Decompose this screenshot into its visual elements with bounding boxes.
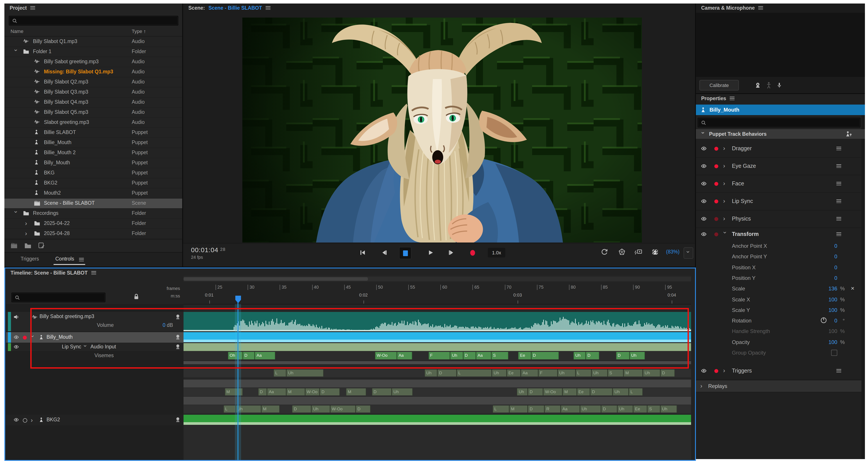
behavior-row-lip-sync[interactable]: ›Lip Sync (696, 193, 861, 210)
viseme-block-m[interactable]: M (286, 388, 305, 396)
panel-menu-icon[interactable] (266, 6, 271, 10)
viseme-block-m[interactable]: M (509, 406, 528, 412)
timeline-scrollbar[interactable] (184, 277, 691, 281)
calibrate-button[interactable]: Calibrate (700, 80, 739, 90)
viseme-block-uh[interactable]: Uh (517, 388, 528, 396)
viseme-block-s[interactable]: S (647, 406, 660, 412)
viseme-block-d[interactable]: D (590, 388, 613, 396)
viseme-block-d[interactable]: D (437, 370, 457, 377)
viseme-block-d[interactable]: D (258, 388, 267, 396)
timeline-scrollbar-thumb[interactable] (184, 277, 368, 281)
timeline-empty-area[interactable] (184, 425, 691, 460)
take-group-row[interactable] (184, 380, 691, 387)
project-row[interactable]: Billy Sabot greeting.mp3Audio (4, 57, 182, 67)
playback-speed-button[interactable]: 1.0x (488, 248, 505, 258)
viseme-block-d[interactable]: D (528, 388, 543, 396)
body-tracking-icon[interactable] (766, 82, 772, 89)
project-row[interactable]: Scene - Billie SLABOTScene (4, 199, 182, 209)
puppet-track-behaviors-header[interactable]: › Puppet Track Behaviors (696, 129, 865, 139)
record-arm-dot[interactable] (714, 164, 718, 168)
chevron-expanded-icon[interactable]: › (14, 49, 19, 54)
viseme-block-w-oo[interactable]: W-Oo (543, 388, 563, 396)
viseme-block-aa[interactable]: Aa (521, 370, 538, 377)
group-opacity-checkbox[interactable] (831, 350, 837, 356)
project-row[interactable]: Billie_Mouth 2Puppet (4, 148, 182, 158)
record-arm-dot[interactable] (714, 217, 718, 221)
tab-triggers[interactable]: Triggers (21, 256, 39, 261)
timeline-ruler[interactable]: 2530354045505560657075808590950:010:020:… (184, 282, 691, 304)
project-row[interactable]: Billy Slabot Q4.mp3Audio (4, 97, 182, 108)
tab-controls[interactable]: Controls (55, 256, 74, 261)
viseme-block-l[interactable]: L (576, 370, 591, 377)
project-row[interactable]: Billie SLABOTPuppet (4, 128, 182, 138)
project-row[interactable]: Billie_MouthPuppet (4, 138, 182, 148)
viseme-block-d[interactable]: D (372, 388, 392, 396)
next-frame-button[interactable] (446, 247, 457, 258)
behavior-row-face[interactable]: ›Face (696, 175, 861, 193)
viseme-block-m[interactable]: M (261, 406, 280, 412)
go-to-start-button[interactable] (357, 247, 368, 258)
chevron-collapsed-icon[interactable]: › (723, 368, 727, 373)
viseme-block-uh[interactable]: Uh (660, 406, 677, 412)
viseme-block-aa[interactable]: Aa (267, 388, 286, 396)
project-row[interactable]: Slabot greeting.mp3Audio (4, 118, 182, 128)
selected-puppet-bar[interactable]: Billy_Mouth (696, 105, 865, 115)
viseme-block-l[interactable]: L (223, 406, 236, 412)
project-search-input[interactable] (9, 16, 178, 26)
eye-icon[interactable] (700, 216, 707, 222)
eye-icon[interactable] (13, 334, 19, 340)
prop-value[interactable]: 0 (834, 264, 837, 270)
viseme-block-uh[interactable]: Uh (613, 388, 629, 396)
viseme-block-w-oo[interactable]: W-Oo (305, 388, 320, 396)
panel-menu-icon[interactable] (91, 271, 96, 274)
viseme-block-r[interactable]: R (545, 406, 561, 412)
prop-value[interactable]: 0 (834, 254, 837, 260)
behavior-row-transform[interactable]: › Transform (696, 228, 861, 241)
rotation-dial-icon[interactable] (820, 317, 827, 324)
behavior-row-triggers[interactable]: › Triggers (696, 362, 861, 380)
viseme-block-d[interactable]: D (292, 406, 311, 412)
record-arm-dot[interactable] (714, 147, 718, 151)
viseme-block-uh[interactable]: Uh (492, 370, 507, 377)
chevron-collapsed-icon[interactable]: › (723, 146, 727, 150)
project-row[interactable]: Billy Slabot Q1.mp3Audio (4, 37, 182, 47)
prop-value[interactable]: 0 (834, 243, 837, 249)
behavior-menu-icon[interactable] (836, 200, 841, 203)
prop-value[interactable]: 100 (829, 339, 837, 345)
eye-icon[interactable] (700, 180, 707, 187)
record-arm-dot-off[interactable] (23, 418, 27, 422)
snapshot-background-button[interactable] (651, 248, 659, 256)
replays-section[interactable]: › Replays (696, 380, 861, 392)
panel-menu-icon[interactable] (30, 6, 35, 10)
timecode-display[interactable]: 00:01:0428 (191, 246, 225, 254)
behavior-row-dragger[interactable]: ›Dragger (696, 140, 861, 158)
chevron-collapsed-icon[interactable]: › (25, 221, 29, 225)
project-row[interactable]: Missing: Billy Slabot Q1.mp3Audio (4, 67, 182, 77)
chevron-collapsed-icon[interactable]: › (723, 164, 727, 168)
properties-search-input[interactable] (698, 118, 861, 127)
prop-value[interactable]: 0 (834, 318, 837, 324)
prop-value[interactable]: 0 (834, 275, 837, 281)
prop-value[interactable]: 100 (829, 296, 837, 302)
new-scene-icon[interactable] (10, 242, 18, 249)
viseme-block-uh[interactable]: Uh (286, 370, 323, 377)
timeline-search-input[interactable] (11, 293, 105, 302)
record-arm-dot[interactable] (714, 200, 718, 203)
record-arm-dot[interactable] (714, 369, 718, 373)
behavior-menu-icon[interactable] (836, 147, 841, 150)
behavior-row-eye-gaze[interactable]: ›Eye Gaze (696, 157, 861, 175)
behavior-menu-icon[interactable] (836, 369, 841, 373)
chevron-collapsed-icon[interactable]: › (723, 181, 727, 185)
speaker-icon[interactable] (13, 314, 20, 320)
chevron-expanded-icon[interactable]: › (723, 232, 727, 236)
scene-name-link[interactable]: Scene - Billie SLABOT (208, 5, 262, 10)
project-row[interactable]: ›RecordingsFolder (4, 209, 182, 219)
eye-icon[interactable] (13, 344, 19, 350)
eye-icon[interactable] (700, 198, 707, 204)
bkg-track-bar[interactable] (184, 415, 691, 425)
tabs-menu-icon[interactable] (79, 258, 84, 261)
viseme-block-s[interactable]: S (608, 370, 624, 377)
prop-value[interactable]: 136 (829, 286, 837, 292)
add-behavior-icon[interactable] (845, 130, 852, 138)
panel-menu-icon[interactable] (730, 97, 735, 100)
